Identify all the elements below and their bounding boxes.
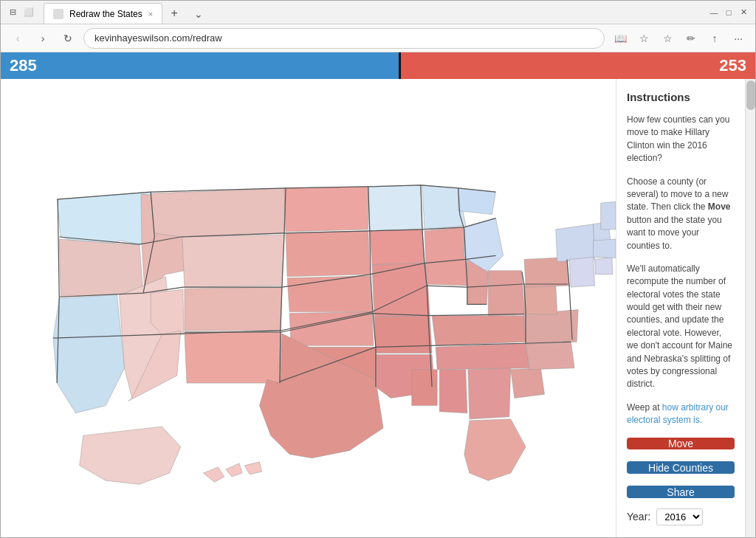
tab-menu-button[interactable]: ⌄ xyxy=(189,4,208,24)
blue-electoral-bar: 285 xyxy=(1,52,399,79)
tab-close-button[interactable]: × xyxy=(148,10,153,18)
new-tab-button[interactable]: + xyxy=(164,3,185,24)
instructions-para3: We'll automatically recompute the number… xyxy=(627,263,735,391)
nav-bar: ‹ › ↻ kevinhayeswilson.com/redraw 📖 ☆ ☆ … xyxy=(1,24,755,52)
hide-counties-button[interactable]: Hide Counties xyxy=(627,461,735,474)
title-bar: ⊟ ⬜ Redraw the States × + ⌄ — □ ✕ xyxy=(1,1,755,24)
window-controls[interactable]: ⊟ ⬜ xyxy=(7,7,35,18)
share-button[interactable]: ↑ xyxy=(705,29,724,48)
favorites-button[interactable]: ☆ xyxy=(634,29,653,48)
instructions-para1: How few counties can you move to make Hi… xyxy=(627,114,735,165)
tab-switcher-icon: ⬜ xyxy=(23,7,35,18)
main-area: Instructions How few counties can you mo… xyxy=(1,79,755,537)
blue-votes: 285 xyxy=(10,56,37,75)
instructions-para2: Choose a county (or several) to move to … xyxy=(627,176,735,252)
sidebar: Instructions How few counties can you mo… xyxy=(616,79,745,537)
minimize-button[interactable]: — xyxy=(708,7,720,18)
settings-icon: ⊟ xyxy=(7,7,18,18)
back-button[interactable]: ‹ xyxy=(8,29,27,48)
electoral-bar: 285 253 xyxy=(1,52,755,79)
tab-title: Redraw the States xyxy=(69,9,142,19)
window-close-button[interactable]: ✕ xyxy=(738,7,749,18)
map-area[interactable] xyxy=(1,79,616,537)
red-votes: 253 xyxy=(719,56,746,75)
year-row: Year: 2016 2012 2008 xyxy=(627,508,735,525)
instructions-weep: Weep at xyxy=(627,402,662,413)
reload-button[interactable]: ↻ xyxy=(58,29,78,48)
move-button[interactable]: Move xyxy=(627,438,735,450)
reader-view-button[interactable]: 📖 xyxy=(611,29,630,48)
url-text: kevinhayeswilson.com/redraw xyxy=(94,32,222,44)
instructions-title: Instructions xyxy=(627,91,735,103)
active-tab[interactable]: Redraw the States × xyxy=(44,3,162,24)
address-bar[interactable]: kevinhayeswilson.com/redraw xyxy=(83,28,605,49)
instructions-move-bold: Move xyxy=(708,201,731,212)
us-map-svg[interactable] xyxy=(1,79,616,537)
bar-divider xyxy=(399,52,401,79)
red-electoral-bar: 253 xyxy=(401,52,755,79)
maximize-button[interactable]: □ xyxy=(723,7,735,18)
share-button[interactable]: Share xyxy=(627,486,735,498)
collections-button[interactable]: ☆ xyxy=(658,29,677,48)
year-select[interactable]: 2016 2012 2008 xyxy=(656,508,703,525)
nav-actions: 📖 ☆ ☆ ✏ ↑ ··· xyxy=(611,29,748,48)
pen-button[interactable]: ✏ xyxy=(681,29,701,48)
instructions-para4: Weep at how arbitrary our electoral syst… xyxy=(627,401,735,427)
scrollbar[interactable] xyxy=(745,79,755,537)
page-content: 285 253 xyxy=(1,52,755,537)
tab-favicon xyxy=(53,9,63,19)
more-button[interactable]: ··· xyxy=(729,29,748,48)
forward-button[interactable]: › xyxy=(33,29,52,48)
instructions-para2-after: button and the state you want to move yo… xyxy=(627,215,722,251)
year-label: Year: xyxy=(627,511,650,523)
